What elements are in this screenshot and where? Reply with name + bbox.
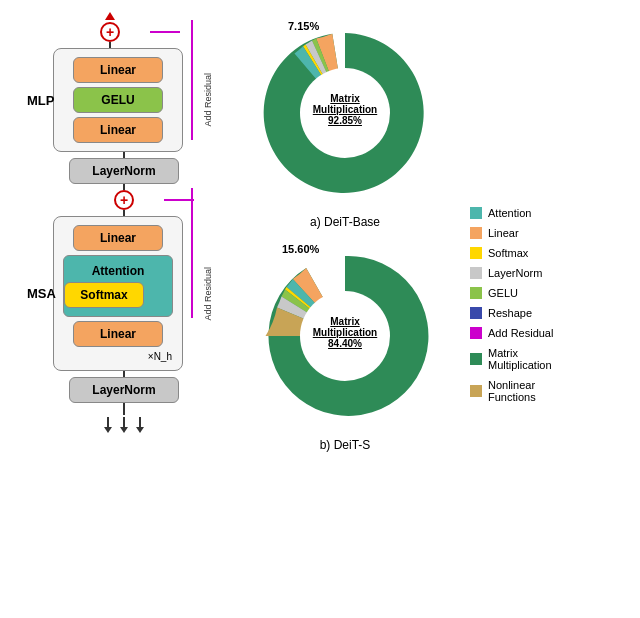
center-label-a: Matrix Multiplication 92.85% xyxy=(313,93,377,126)
legend-item-gelu: GELU xyxy=(470,287,553,299)
legend-item-attention: Attention xyxy=(470,207,553,219)
pct-outside-a: 7.15% xyxy=(288,20,319,32)
diagram-area: + MLP Linear GELU Linear Add Residual xyxy=(0,0,220,618)
residual-vline-bottom xyxy=(191,188,193,318)
mlp-box: Linear GELU Linear xyxy=(53,48,183,152)
legend-label-layernorm: LayerNorm xyxy=(488,267,542,279)
pct-outside-b: 15.60% xyxy=(282,243,319,255)
top-arrow-icon xyxy=(105,12,115,20)
legend-label-gelu: GELU xyxy=(488,287,518,299)
attention-block: Attention Softmax xyxy=(63,255,173,317)
bottom-arrows xyxy=(104,417,144,433)
legend-item-layernorm: LayerNorm xyxy=(470,267,553,279)
legend-label-softmax: Softmax xyxy=(488,247,528,259)
legend-color-matrix xyxy=(470,353,482,365)
legend-color-attention xyxy=(470,207,482,219)
add-residual-label-bottom: Add Residual xyxy=(203,267,213,321)
softmax-block: Softmax xyxy=(64,282,144,308)
legend-label-attention: Attention xyxy=(488,207,531,219)
linear-block-4: Linear xyxy=(73,321,163,347)
linear-block-3: Linear xyxy=(73,225,163,251)
layernorm-block-2: LayerNorm xyxy=(69,377,179,403)
charts-and-legend: 7.15% Matrix Multiplication 92.85% a) De… xyxy=(230,10,640,608)
chart-b-container: 15.60% Matrix Multiplication 84.40% xyxy=(250,241,440,434)
chart-a-label: a) DeiT-Base xyxy=(310,215,380,229)
charts-column: 7.15% Matrix Multiplication 92.85% a) De… xyxy=(230,10,460,608)
nh-label: ×N_h xyxy=(64,351,172,362)
legend-color-linear xyxy=(470,227,482,239)
connector-line-6 xyxy=(123,403,125,415)
chart-b-label: b) DeiT-S xyxy=(320,438,371,452)
legend-color-reshape xyxy=(470,307,482,319)
legend-item-reshape: Reshape xyxy=(470,307,553,319)
residual-line-bottom xyxy=(164,199,194,201)
diagram-wrapper: + MLP Linear GELU Linear Add Residual xyxy=(10,10,210,608)
msa-label: MSA xyxy=(27,286,56,301)
legend-color-nonlinear xyxy=(470,385,482,397)
legend-item-matrix: Matrix Multiplication xyxy=(470,347,553,371)
legend-label-add-residual: Add Residual xyxy=(488,327,553,339)
legend-color-gelu xyxy=(470,287,482,299)
mlp-label: MLP xyxy=(27,93,54,108)
linear-block-2: Linear xyxy=(73,117,163,143)
residual-line-top xyxy=(150,31,180,33)
legend-item-softmax: Softmax xyxy=(470,247,553,259)
legend-color-layernorm xyxy=(470,267,482,279)
gelu-block: GELU xyxy=(73,87,163,113)
legend-item-add-residual: Add Residual xyxy=(470,327,553,339)
layernorm-block-1: LayerNorm xyxy=(69,158,179,184)
legend-item-nonlinear: Nonlinear Functions xyxy=(470,379,553,403)
legend-label-linear: Linear xyxy=(488,227,519,239)
add-residual-circle-bottom: + xyxy=(114,190,134,210)
legend-color-add-residual xyxy=(470,327,482,339)
linear-block-1: Linear xyxy=(73,57,163,83)
add-residual-circle-top: + xyxy=(100,22,120,42)
add-residual-label-top: Add Residual xyxy=(203,73,213,127)
legend-item-linear: Linear xyxy=(470,227,553,239)
chart-a-container: 7.15% Matrix Multiplication 92.85% xyxy=(250,18,440,211)
center-label-b: Matrix Multiplication 84.40% xyxy=(313,316,377,349)
legend-color-softmax xyxy=(470,247,482,259)
legend-label-reshape: Reshape xyxy=(488,307,532,319)
legend-label-nonlinear: Nonlinear Functions xyxy=(488,379,536,403)
msa-box: Linear Attention Softmax Linear ×N_h xyxy=(53,216,183,371)
chart-area: 7.15% Matrix Multiplication 92.85% a) De… xyxy=(220,0,640,618)
legend-label-matrix: Matrix Multiplication xyxy=(488,347,552,371)
legend-column: Attention Linear Softmax LayerNorm GELU … xyxy=(460,10,553,608)
residual-vline-top xyxy=(191,20,193,140)
